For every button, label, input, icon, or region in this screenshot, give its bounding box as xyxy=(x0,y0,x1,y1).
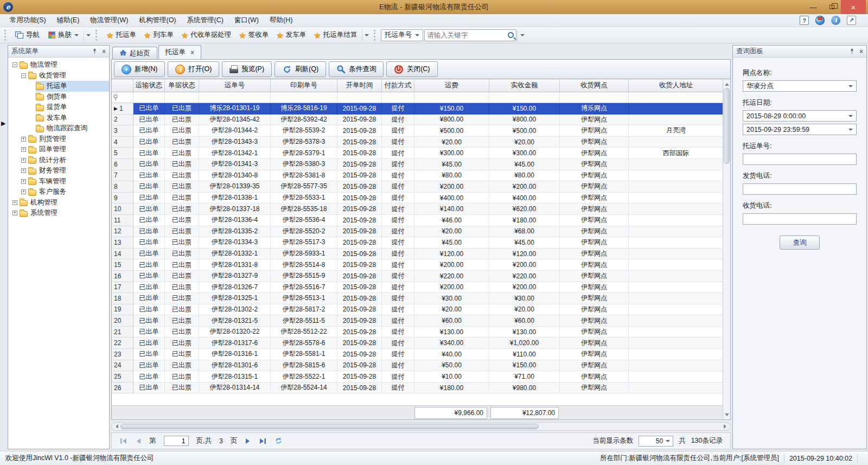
column-header[interactable]: 收货网点 xyxy=(560,79,629,92)
menu-item[interactable]: 物流管理(W) xyxy=(85,15,133,26)
menu-item[interactable]: 帮助(H) xyxy=(264,15,298,26)
toolbar-gripper[interactable] xyxy=(374,30,378,41)
text-input[interactable] xyxy=(743,154,857,165)
table-row[interactable]: 4已出单已出票伊犁28-01343-3伊犁28-5378-32015-09-28… xyxy=(112,137,723,148)
table-row[interactable]: 20已出单已出票伊犁28-01321-5伊犁28-5511-52015-09-2… xyxy=(112,315,723,327)
tree-item[interactable]: −物流管理 xyxy=(8,60,109,71)
search-input[interactable] xyxy=(427,31,508,39)
scroll-left-icon[interactable] xyxy=(113,424,118,429)
column-header[interactable]: 收货人地址 xyxy=(629,79,723,92)
expand-icon[interactable]: + xyxy=(21,179,26,184)
toolbar-gripper[interactable] xyxy=(95,30,99,41)
favorite-button[interactable]: ★签收单 xyxy=(235,29,272,41)
tab-start[interactable]: 起始页 xyxy=(112,47,157,59)
tree-item[interactable]: +客户服务 xyxy=(8,187,109,198)
query-button[interactable]: 查询 xyxy=(780,235,820,250)
favorites-overflow-button[interactable] xyxy=(362,29,371,41)
table-row[interactable]: 16已出单已出票伊犁28-01327-9伊犁28-5515-92015-09-2… xyxy=(112,271,723,282)
search-box[interactable] xyxy=(424,29,516,41)
menu-item[interactable]: 系统管理(C) xyxy=(182,15,229,26)
filter-cell[interactable] xyxy=(489,92,560,103)
menu-item[interactable]: 常用功能(S) xyxy=(4,15,52,26)
column-header[interactable]: 付款方式 xyxy=(382,79,414,92)
tree-item[interactable]: +回单管理 xyxy=(8,144,109,155)
table-row[interactable]: 24已出单已出票伊犁28-01301-6伊犁28-5815-62015-09-2… xyxy=(112,360,723,372)
column-header[interactable]: 运单号 xyxy=(199,79,271,92)
select-all-header[interactable] xyxy=(112,79,133,92)
close-icon[interactable]: × xyxy=(859,48,863,55)
filter-cell[interactable] xyxy=(199,92,271,103)
scrollbar-thumb[interactable] xyxy=(724,88,730,164)
expand-icon[interactable]: + xyxy=(21,147,26,152)
prev-page-button[interactable] xyxy=(135,438,142,444)
favorite-button[interactable]: ★托运单 xyxy=(103,29,140,41)
filter-cell[interactable] xyxy=(337,92,382,103)
column-header[interactable]: 单据状态 xyxy=(165,79,199,92)
expand-icon[interactable]: + xyxy=(12,200,17,205)
table-row[interactable]: 13已出单已出票伊犁28-01334-3伊犁28-5517-32015-09-2… xyxy=(112,237,723,249)
table-row[interactable]: 19已出单已出票伊犁28-01302-2伊犁28-5817-22015-09-2… xyxy=(112,304,723,316)
table-row[interactable]: 7已出单已出票伊犁28-01340-8伊犁28-5381-82015-09-28… xyxy=(112,170,723,182)
search-icon[interactable] xyxy=(508,32,514,38)
toolbar-gripper[interactable] xyxy=(4,30,8,41)
text-input[interactable] xyxy=(743,183,857,195)
expand-icon[interactable]: + xyxy=(21,189,26,194)
first-page-button[interactable] xyxy=(119,438,127,444)
menu-item[interactable]: 机构管理(O) xyxy=(133,15,181,26)
toolbar-overflow-button[interactable] xyxy=(84,29,92,41)
menu-item[interactable]: 辅助(E) xyxy=(52,15,85,26)
page-size-dropdown[interactable]: 50 xyxy=(639,436,673,447)
search-overflow-button[interactable] xyxy=(518,29,526,41)
page-number-input[interactable] xyxy=(164,436,189,446)
info-icon[interactable]: i xyxy=(831,16,840,25)
table-row[interactable]: 6已出单已出票伊犁28-01341-3伊犁28-5380-32015-09-28… xyxy=(112,159,723,170)
vertical-scrollbar[interactable] xyxy=(723,79,730,419)
tree-item[interactable]: 发车单 xyxy=(8,113,109,124)
table-row[interactable]: 18已出单已出票伊犁28-01325-1伊犁28-5513-12015-09-2… xyxy=(112,293,723,304)
last-page-button[interactable] xyxy=(259,438,267,444)
expand-icon[interactable]: + xyxy=(21,137,26,142)
column-header[interactable]: 运输状态 xyxy=(133,79,165,92)
collapse-icon[interactable]: − xyxy=(12,62,17,67)
tree-item[interactable]: +机构管理 xyxy=(8,198,109,208)
column-header[interactable]: 印刷单号 xyxy=(271,79,337,92)
table-row[interactable]: 10已出单已出票伊犁28-01337-18伊犁28-5535-182015-09… xyxy=(112,203,723,215)
favorite-button[interactable]: ★代收单据处理 xyxy=(177,29,235,41)
table-row[interactable]: 26已出单已出票伊犁28-01314-14伊犁28-5524-142015-09… xyxy=(112,383,723,394)
tree-item[interactable]: +财务管理 xyxy=(8,165,109,176)
pin-icon[interactable] xyxy=(849,48,855,54)
column-header[interactable]: 运费 xyxy=(414,79,489,92)
tree-item[interactable]: 提货单 xyxy=(8,102,109,113)
open-button[interactable]: i打开(O) xyxy=(168,61,219,77)
preview-button[interactable]: 预览(P) xyxy=(222,61,272,77)
table-row[interactable]: 21已出单已出票伊犁28-01320-22伊犁28-5512-222015-09… xyxy=(112,327,723,338)
filter-cell[interactable] xyxy=(271,92,337,103)
menu-item[interactable]: 窗口(W) xyxy=(229,15,264,26)
tree-item[interactable]: +车辆管理 xyxy=(8,176,109,187)
table-row[interactable]: 3已出单已出票伊犁28-01344-2伊犁28-5539-22015-09-28… xyxy=(112,125,723,137)
tab-active[interactable]: 托运单× xyxy=(158,45,202,59)
close-button[interactable]: × xyxy=(841,0,866,14)
refresh-page-icon[interactable] xyxy=(275,437,283,445)
column-header[interactable]: 开单时间 xyxy=(337,79,382,92)
expand-icon[interactable]: + xyxy=(21,168,26,173)
dropdown[interactable]: 2015-09-29 23:59:59 xyxy=(743,124,857,135)
tree-item[interactable]: +到货管理 xyxy=(8,134,109,145)
filter-cell[interactable] xyxy=(165,92,199,103)
globe-icon[interactable] xyxy=(815,16,825,25)
favorite-button[interactable]: ★发车单 xyxy=(272,29,310,41)
tree-item[interactable]: +系统管理 xyxy=(8,208,109,219)
help-doc-icon[interactable]: ? xyxy=(800,16,809,25)
search-category-dropdown[interactable]: 托运单号 xyxy=(381,29,423,41)
refresh-button[interactable]: 刷新(Q) xyxy=(275,61,326,77)
tree-item[interactable]: 托运单 xyxy=(8,81,109,92)
close-icon[interactable]: × xyxy=(102,48,106,55)
favorite-button[interactable]: ★到车单 xyxy=(140,29,177,41)
add-button[interactable]: +新增(N) xyxy=(114,61,165,77)
table-row[interactable]: 22已出单已出票伊犁28-01317-6伊犁28-5578-62015-09-2… xyxy=(112,337,723,349)
scrollbar-thumb[interactable] xyxy=(120,424,539,429)
table-row[interactable]: 2已出单已出票伊犁28-01345-42伊犁28-5392-422015-09-… xyxy=(112,114,723,126)
tree-item[interactable]: 倒货单 xyxy=(8,92,109,103)
expand-icon[interactable]: + xyxy=(21,158,26,163)
text-input[interactable] xyxy=(743,213,857,225)
